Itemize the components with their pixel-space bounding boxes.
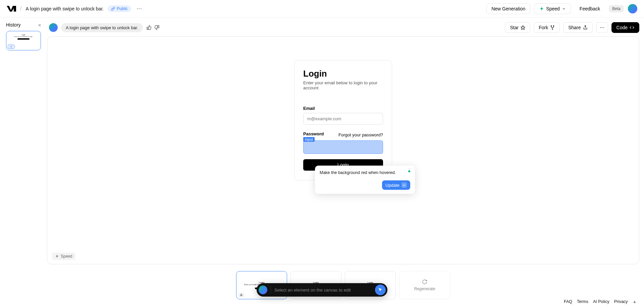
password-input-selected[interactable]: input	[303, 140, 383, 154]
link-icon	[111, 7, 115, 11]
email-label: Email	[303, 106, 383, 111]
fork-button[interactable]: Fork	[534, 22, 560, 33]
toolbar-more-button[interactable]: ⋯	[596, 22, 608, 33]
collapse-sidebar-icon[interactable]: «	[38, 22, 41, 28]
visibility-label: Public	[117, 6, 128, 11]
forgot-password-link[interactable]: Forgot your password?	[338, 132, 383, 137]
canvas-toolbar: A login page with swipe to unlock bar. S…	[47, 22, 639, 33]
bottombar-avatar	[259, 286, 267, 294]
svg-point-1	[553, 26, 554, 26]
logo-icon	[7, 4, 16, 13]
preview-canvas[interactable]: Login Enter your email below to login to…	[47, 36, 639, 264]
prompt-chip: A login page with swipe to unlock bar.	[61, 23, 143, 32]
feedback-button[interactable]: Feedback	[575, 4, 605, 14]
email-input[interactable]	[303, 113, 383, 125]
history-thumbnail[interactable]: Login Enter your email below to login v0	[6, 31, 41, 50]
thumbs-down-icon[interactable]	[154, 25, 160, 30]
cursor-icon	[378, 287, 383, 293]
more-icon[interactable]: ⋯	[135, 5, 143, 13]
share-button[interactable]: Share	[563, 22, 592, 33]
chevron-down-icon	[562, 7, 566, 11]
beta-badge: Beta	[609, 5, 624, 12]
privacy-link[interactable]: Privacy	[614, 299, 628, 304]
visibility-badge[interactable]: Public	[108, 5, 131, 12]
new-generation-button[interactable]: New Generation	[486, 3, 530, 14]
status-dot	[408, 170, 410, 172]
history-title: History	[6, 22, 21, 28]
svg-point-0	[551, 26, 552, 26]
speed-dropdown[interactable]: Speed	[534, 3, 571, 14]
thumbnail-badge: v0	[8, 45, 14, 49]
svg-point-2	[552, 29, 553, 30]
canvas-edit-bar[interactable]: Select an element on the canvas to edit	[257, 283, 387, 297]
login-subtitle: Enter your email below to login to your …	[303, 80, 383, 90]
refresh-icon	[422, 279, 427, 285]
thumbs-up-icon[interactable]	[146, 25, 152, 30]
warning-icon[interactable]: ▲	[633, 299, 637, 304]
generation-avatar	[49, 23, 58, 32]
code-icon	[630, 25, 634, 30]
login-card: Login Enter your email below to login to…	[294, 60, 392, 180]
enter-key-icon: ↵	[401, 182, 407, 188]
select-tool-button[interactable]	[375, 285, 386, 295]
history-sidebar: History « Login Enter your email below t…	[0, 17, 47, 306]
thumbnail-preview: Login Enter your email below to login	[8, 34, 39, 43]
faq-link[interactable]: FAQ	[564, 299, 572, 304]
regenerate-button[interactable]: Regenerate	[399, 271, 450, 299]
speed-label: Speed	[546, 6, 559, 11]
footer-links: FAQ Terms AI Policy Privacy ▲	[564, 299, 637, 304]
code-button[interactable]: Code	[611, 22, 639, 33]
variant-label: A	[238, 293, 244, 297]
breadcrumb-slash: /	[20, 6, 21, 12]
main-area: A login page with swipe to unlock bar. S…	[47, 17, 644, 306]
star-icon	[521, 25, 525, 30]
bolt-icon	[539, 6, 544, 11]
terms-link[interactable]: Terms	[577, 299, 588, 304]
app-header: / A login page with swipe to unlock bar.…	[0, 0, 644, 17]
element-type-tag: input	[303, 137, 315, 142]
bolt-icon	[55, 254, 59, 258]
fork-icon	[550, 25, 555, 30]
user-avatar[interactable]	[628, 4, 637, 13]
ai-policy-link[interactable]: AI Policy	[593, 299, 609, 304]
login-title: Login	[303, 69, 383, 79]
update-button[interactable]: Update ↵	[382, 180, 410, 190]
star-button[interactable]: Star	[505, 22, 530, 33]
breadcrumb-title[interactable]: A login page with swipe to unlock bar.	[25, 6, 104, 11]
canvas-speed-tag: Speed	[52, 253, 75, 260]
password-label: Password	[303, 131, 324, 136]
popover-input-text[interactable]: Make the background red when hovered.	[320, 170, 410, 175]
share-icon	[583, 25, 588, 30]
bottombar-placeholder: Select an element on the canvas to edit	[274, 288, 372, 293]
edit-popover: Make the background red when hovered. Up…	[315, 166, 415, 194]
